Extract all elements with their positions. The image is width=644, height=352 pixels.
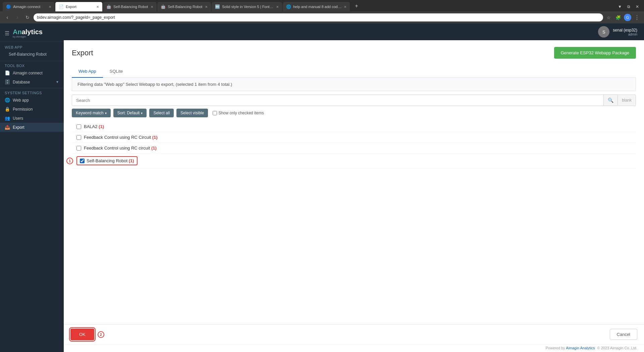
- tab-selfbal2[interactable]: 🤖 Self-Balancing Robot ✕: [157, 2, 211, 11]
- feedback2-label: Feedback Control using RC circuit (1): [84, 145, 157, 151]
- browser-tabs-bar: 🔵 Aimagin connect ✕ 📄 Export ✕ 🤖 Self-Ba…: [0, 0, 644, 11]
- keyword-match-button[interactable]: Keyword match ▾: [72, 109, 111, 117]
- search-button[interactable]: 🔍: [603, 95, 618, 106]
- account-btn[interactable]: G: [624, 14, 631, 21]
- filter-bar: Filtering data "Web app" Select Webapp t…: [72, 78, 636, 91]
- badge-annotation-2: 2: [98, 331, 104, 338]
- tab-close-solid[interactable]: ✕: [276, 5, 279, 9]
- sidebar-item-permission[interactable]: 🔒 Permission: [0, 105, 64, 114]
- sort-dropdown-icon: ▾: [141, 111, 143, 115]
- address-bar[interactable]: [34, 13, 603, 21]
- tab-label-selfbal2: Self-Balancing Robot: [168, 5, 203, 9]
- cancel-button[interactable]: Cancel: [610, 329, 637, 340]
- app-layout: ☰ Analytics by Aimagin Web app Self-Bala…: [0, 23, 644, 352]
- hamburger-icon[interactable]: ☰: [5, 30, 9, 37]
- list-item: BALA2 (1): [72, 121, 636, 132]
- selfbal-checkbox[interactable]: [80, 159, 85, 163]
- bala2-label: BALA2 (1): [84, 124, 104, 129]
- sidebar-toolbox-label: Tool box: [0, 62, 64, 68]
- feedback1-label: Feedback Control using RC Circuit (1): [84, 135, 158, 140]
- search-input[interactable]: [72, 95, 603, 106]
- users-icon: 👥: [5, 116, 10, 121]
- user-role-label: admin: [613, 33, 637, 36]
- page-title: Export: [72, 49, 93, 57]
- selfbal-count: (1): [129, 158, 134, 163]
- feedback1-checkbox[interactable]: [76, 135, 81, 140]
- page-header-row: Export Generate ESP32 Webapp Package: [72, 47, 636, 59]
- tab-solid[interactable]: 🔤 Solid style in Version 5 | Font A... ✕: [212, 2, 282, 11]
- tab-overflow[interactable]: ▼: [616, 3, 624, 11]
- tab-favicon-solid: 🔤: [215, 4, 220, 9]
- sidebar-logo: Analytics by Aimagin: [13, 28, 43, 38]
- sidebar-item-users[interactable]: 👥 Users: [0, 114, 64, 123]
- tab-favicon-help: 🌐: [286, 4, 291, 9]
- item-toolbar: Keyword match ▾ Sort: Default ▾ Select a…: [72, 109, 636, 117]
- close-window-btn[interactable]: ✕: [633, 3, 641, 11]
- tab-close-selfbal2[interactable]: ✕: [205, 5, 208, 9]
- sidebar-item-webapp[interactable]: 🌐 Web app: [0, 96, 64, 105]
- permission-icon: 🔒: [5, 107, 10, 112]
- aimagin-analytics-link[interactable]: Aimagin Analytics: [566, 346, 595, 350]
- keyword-match-label: Keyword match: [76, 111, 104, 115]
- copyright-text: © 2023 Aimagin Co.,Ltd.: [597, 346, 637, 350]
- generate-esp32-button[interactable]: Generate ESP32 Webapp Package: [554, 47, 636, 59]
- feedback1-count: (1): [152, 135, 158, 140]
- tab-selfbal1[interactable]: 🤖 Self-Balancing Robot ✕: [103, 2, 157, 11]
- tab-label-help: help and manual 8 add code - G...: [293, 5, 342, 9]
- back-btn[interactable]: ‹: [3, 13, 11, 21]
- sidebar-logo-row: ☰ Analytics by Aimagin: [0, 23, 64, 42]
- sidebar-item-database[interactable]: 🗄️ Database ▼: [0, 77, 64, 86]
- new-tab-button[interactable]: +: [352, 1, 361, 11]
- show-checked-label[interactable]: Show only checked items: [213, 111, 264, 115]
- content-topbar: S senal (esp32) admin: [64, 23, 644, 40]
- tab-favicon-aimagin: 🔵: [6, 4, 11, 9]
- sidebar-item-self-balancing[interactable]: Self-Balancing Robot: [0, 50, 64, 59]
- sidebar-system-section: System settings 🌐 Web app 🔒 Permission 👥…: [0, 88, 64, 133]
- selected-item-border: Self-Balancing Robot (1): [76, 156, 138, 165]
- bookmark-btn[interactable]: ☆: [605, 14, 612, 21]
- sidebar-item-aimagin-connect[interactable]: 📄 Aimagin connect: [0, 68, 64, 77]
- tab-export[interactable]: 📄 Export ✕: [55, 2, 102, 11]
- database-expand-icon: ▼: [56, 80, 59, 84]
- tab-webapp-label: Web App: [78, 69, 96, 74]
- sidebar: ☰ Analytics by Aimagin Web app Self-Bala…: [0, 23, 64, 352]
- forward-btn[interactable]: ›: [13, 13, 21, 21]
- select-visible-button[interactable]: Select visible: [176, 109, 208, 117]
- tab-aimagin[interactable]: 🔵 Aimagin connect ✕: [3, 2, 55, 11]
- aimagin-connect-icon: 📄: [5, 70, 10, 75]
- bala2-checkbox[interactable]: [76, 124, 81, 129]
- badge-annotation-1: 1: [66, 158, 73, 164]
- footer-left: OK 2: [70, 329, 104, 340]
- ok-button[interactable]: OK: [70, 329, 94, 340]
- extensions-btn[interactable]: 🧩: [614, 14, 622, 21]
- aimagin-connect-label: Aimagin connect: [13, 71, 43, 75]
- restore-btn[interactable]: ⧉: [625, 3, 633, 11]
- tab-help[interactable]: 🌐 help and manual 8 add code - G... ✕: [283, 2, 350, 11]
- list-item-selfbal: Self-Balancing Robot (1) 1: [72, 154, 636, 168]
- export-icon: 📤: [5, 125, 10, 130]
- webapp-label: Web app: [13, 98, 29, 103]
- sort-default-button[interactable]: Sort: Default ▾: [113, 109, 147, 117]
- topbar-user: S senal (esp32) admin: [598, 26, 637, 38]
- bala2-count: (1): [99, 124, 104, 129]
- tab-sqlite[interactable]: SQLite: [103, 65, 130, 78]
- tab-close-help[interactable]: ✕: [344, 5, 346, 9]
- sort-default-label: Sort: Default: [117, 111, 140, 115]
- tab-label-solid: Solid style in Version 5 | Font A...: [222, 5, 274, 9]
- sidebar-byline: by Aimagin: [13, 35, 43, 38]
- tab-close-aimagin[interactable]: ✕: [49, 5, 51, 9]
- select-all-button[interactable]: Select all: [149, 109, 174, 117]
- database-icon: 🗄️: [5, 79, 10, 84]
- powered-by-bar: Powered by Aimagin Analytics © 2023 Aima…: [64, 344, 644, 352]
- content-main: Export Generate ESP32 Webapp Package Web…: [64, 40, 644, 324]
- tab-close-export[interactable]: ✕: [96, 5, 99, 9]
- tab-webapp[interactable]: Web App: [72, 65, 103, 78]
- show-checked-checkbox[interactable]: [213, 111, 217, 115]
- reload-btn[interactable]: ↻: [23, 13, 32, 21]
- menu-btn[interactable]: ⋮: [633, 14, 641, 21]
- feedback2-checkbox[interactable]: [76, 146, 81, 151]
- sidebar-item-export[interactable]: 📤 Export: [0, 123, 64, 132]
- tab-label-export: Export: [66, 5, 94, 9]
- tab-close-selfbal1[interactable]: ✕: [151, 5, 153, 9]
- browser-toolbar: ‹ › ↻ ☆ 🧩 G ⋮: [0, 11, 644, 23]
